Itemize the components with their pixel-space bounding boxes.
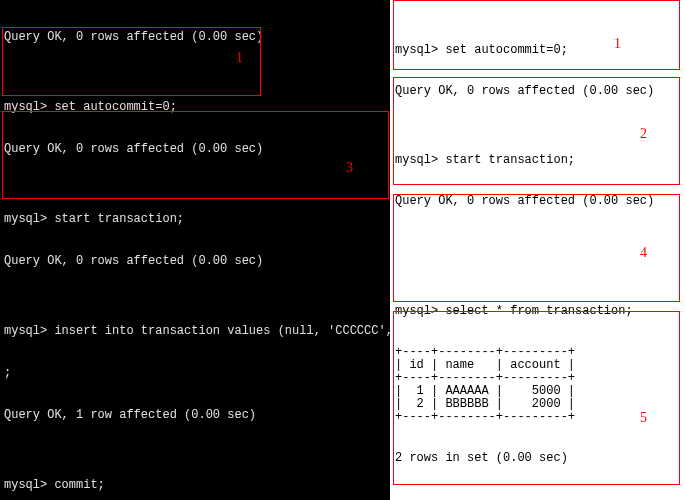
left-terminal[interactable]: Query OK, 0 rows affected (0.00 sec) mys… [0, 0, 390, 500]
cmd-line: mysql> start transaction; [395, 154, 683, 167]
cmd-line: mysql> insert into transaction values (n… [4, 324, 386, 338]
cmd-line: ; [4, 366, 386, 380]
output-line: Query OK, 0 rows affected (0.00 sec) [395, 195, 683, 208]
output-line: 2 rows in set (0.00 sec) [395, 452, 683, 465]
blank-line [395, 236, 683, 249]
blank-line [395, 493, 683, 500]
table-row: +----+--------+---------+ [395, 411, 683, 424]
cmd-line: mysql> commit; [4, 478, 386, 492]
output-line: Query OK, 0 rows affected (0.00 sec) [4, 30, 386, 44]
right-terminal[interactable]: mysql> set autocommit=0; Query OK, 0 row… [393, 0, 685, 500]
cmd-line: mysql> start transaction; [4, 212, 386, 226]
cmd-line: mysql> set autocommit=0; [4, 100, 386, 114]
cmd-line: mysql> set autocommit=0; [395, 44, 683, 57]
result-table: +----+--------+---------+| id | name | a… [395, 346, 683, 424]
cmd-line: mysql> select * from transaction; [395, 305, 683, 318]
output-line: Query OK, 0 rows affected (0.00 sec) [4, 142, 386, 156]
output-line: Query OK, 1 row affected (0.00 sec) [4, 408, 386, 422]
output-line: Query OK, 0 rows affected (0.00 sec) [395, 85, 683, 98]
output-line: Query OK, 0 rows affected (0.00 sec) [4, 254, 386, 268]
